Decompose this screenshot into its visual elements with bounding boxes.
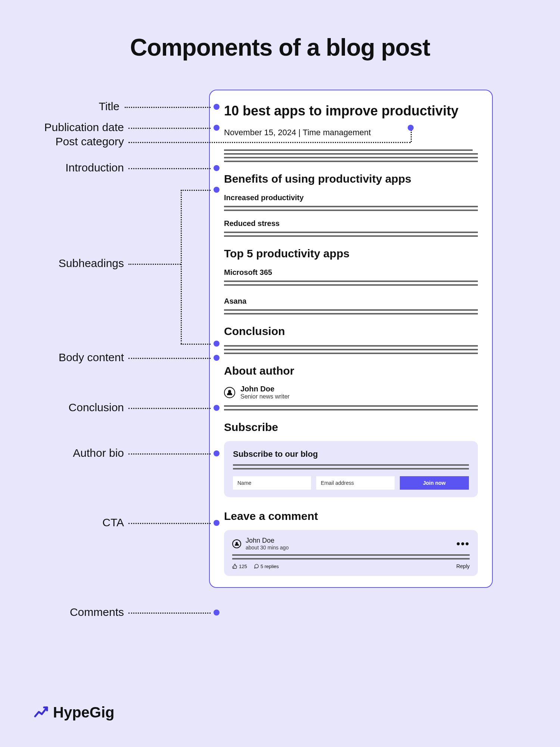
marker-dot	[214, 355, 220, 361]
marker-dot	[408, 125, 414, 131]
text-lines	[224, 309, 478, 314]
blog-post-card: 10 best apps to improve productivity Nov…	[209, 90, 493, 588]
connector	[411, 130, 412, 142]
comment-time: about 30 mins ago	[246, 545, 289, 551]
ann-author-bio: Author bio	[22, 447, 124, 459]
ann-post-category: Post category	[22, 135, 124, 148]
app1: Microsoft 365	[224, 268, 478, 277]
meta-separator: |	[296, 128, 303, 137]
ann-body: Body content	[22, 351, 124, 364]
ann-subheadings: Subheadings	[22, 257, 124, 270]
marker-dot	[214, 125, 220, 131]
benefits-heading: Benefits of using productivity apps	[224, 173, 478, 185]
subscribe-panel: Subscribe to our blog Name Email address…	[224, 441, 478, 497]
replies-button[interactable]: 5 replies	[254, 564, 279, 569]
connector	[128, 264, 181, 265]
connector	[181, 190, 182, 344]
brand: HypeGig	[34, 704, 114, 721]
ann-conclusion: Conclusion	[22, 401, 124, 414]
subscribe-title: Subscribe to our blog	[233, 449, 469, 459]
comment-panel: John Doe about 30 mins ago ••• 125 5 rep…	[224, 530, 478, 576]
connector	[128, 142, 411, 143]
page-title: Components of a blog post	[0, 34, 560, 61]
ann-intro: Introduction	[22, 161, 124, 174]
connector	[128, 128, 211, 129]
app2: Asana	[224, 297, 478, 306]
marker-dot	[214, 341, 220, 347]
reply-button[interactable]: Reply	[456, 563, 470, 569]
marker-dot	[214, 405, 220, 411]
comment-author: John Doe	[246, 537, 289, 545]
sub-reduced: Reduced stress	[224, 219, 478, 228]
text-lines	[224, 280, 478, 286]
text-lines	[224, 405, 478, 410]
author-role: Senior news writer	[240, 393, 290, 400]
email-input[interactable]: Email address	[316, 476, 394, 490]
text-lines	[224, 206, 478, 211]
connector	[128, 408, 211, 409]
marker-dot	[214, 450, 220, 456]
connector	[128, 613, 211, 614]
ann-comments: Comments	[22, 606, 124, 619]
conclusion-lines	[224, 345, 478, 354]
like-button[interactable]: 125	[232, 564, 247, 569]
top5-heading: Top 5 productivity apps	[224, 247, 478, 260]
connector	[128, 453, 211, 455]
marker-dot	[214, 610, 220, 616]
intro-lines	[224, 149, 478, 162]
text-lines	[233, 464, 469, 469]
post-date: November 15, 2024	[224, 128, 296, 137]
about-author-heading: About author	[224, 365, 478, 377]
post-title: 10 best apps to improve productivity	[224, 103, 478, 119]
marker-dot	[214, 104, 220, 110]
ann-cta: CTA	[22, 516, 124, 529]
subscribe-heading: Subscribe	[224, 421, 478, 434]
connector	[125, 107, 211, 108]
post-meta: November 15, 2024 | Time management	[224, 128, 478, 137]
join-button[interactable]: Join now	[400, 476, 469, 490]
connector	[181, 344, 211, 345]
connector	[128, 523, 211, 524]
connector	[128, 358, 211, 359]
conclusion-heading: Conclusion	[224, 325, 478, 338]
author-row: John Doe Senior news writer	[224, 385, 478, 400]
avatar-icon	[232, 539, 241, 548]
ann-title: Title	[45, 100, 119, 113]
marker-dot	[214, 520, 220, 526]
brand-logo-icon	[34, 705, 49, 720]
text-lines	[232, 554, 470, 560]
connector	[181, 190, 211, 191]
post-category: Time management	[303, 128, 371, 137]
like-count: 125	[239, 564, 247, 569]
author-name: John Doe	[240, 385, 290, 393]
avatar-icon	[224, 387, 235, 398]
more-icon[interactable]: •••	[457, 542, 470, 546]
replies-count: 5 replies	[261, 564, 279, 569]
sub-increased: Increased productivity	[224, 193, 478, 202]
brand-name: HypeGig	[53, 704, 114, 721]
name-input[interactable]: Name	[233, 476, 311, 490]
marker-dot	[214, 187, 220, 193]
text-lines	[224, 232, 478, 237]
connector	[128, 168, 211, 169]
marker-dot	[214, 165, 220, 171]
ann-pub-date: Publication date	[22, 121, 124, 134]
comment-heading: Leave a comment	[224, 510, 478, 523]
